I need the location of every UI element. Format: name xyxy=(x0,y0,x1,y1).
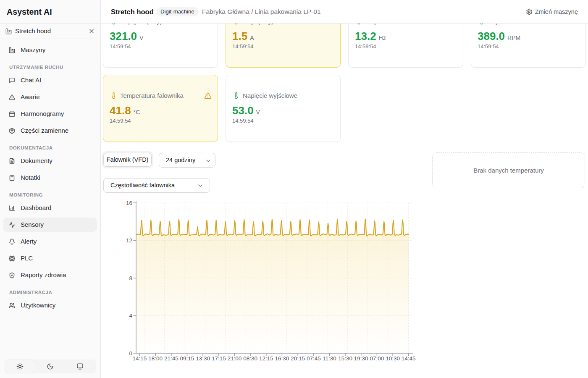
svg-text:09:15: 09:15 xyxy=(180,355,194,362)
svg-text:07:00: 07:00 xyxy=(370,355,384,362)
svg-text:21:00: 21:00 xyxy=(228,355,242,362)
svg-text:16:30: 16:30 xyxy=(275,355,289,362)
svg-text:16: 16 xyxy=(126,200,132,206)
svg-text:17:15: 17:15 xyxy=(212,355,226,362)
svg-text:19:30: 19:30 xyxy=(354,355,368,362)
svg-text:08:30: 08:30 xyxy=(243,355,257,362)
svg-text:13:30: 13:30 xyxy=(196,355,210,362)
svg-text:11:30: 11:30 xyxy=(323,355,336,362)
svg-text:12: 12 xyxy=(126,237,132,244)
svg-text:20:15: 20:15 xyxy=(291,355,305,362)
svg-text:14:15: 14:15 xyxy=(133,355,147,362)
svg-text:14:45: 14:45 xyxy=(402,355,416,362)
svg-text:07:45: 07:45 xyxy=(307,355,321,362)
svg-text:21:45: 21:45 xyxy=(164,355,178,362)
svg-text:4: 4 xyxy=(129,312,132,319)
svg-text:18:00: 18:00 xyxy=(148,355,163,362)
svg-text:0: 0 xyxy=(129,350,132,357)
svg-text:15:30: 15:30 xyxy=(338,355,352,362)
svg-text:12:15: 12:15 xyxy=(259,355,273,362)
svg-text:10:30: 10:30 xyxy=(386,355,400,362)
svg-text:8: 8 xyxy=(129,275,132,281)
